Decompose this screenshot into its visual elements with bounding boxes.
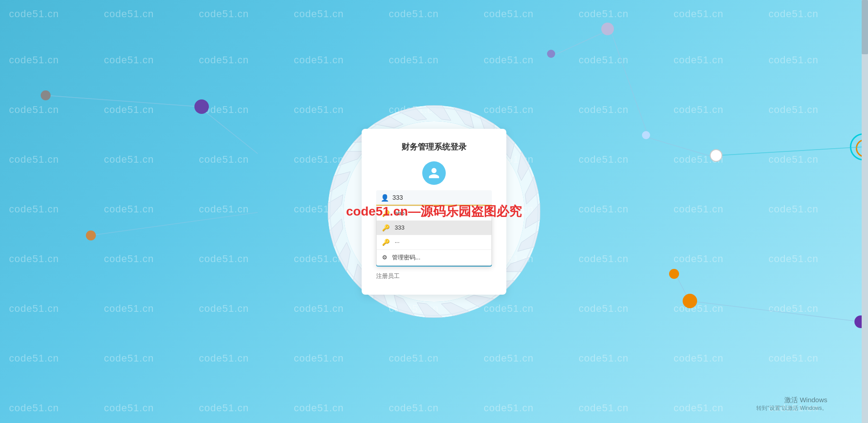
manage-passwords-label: 管理密码... bbox=[392, 254, 420, 262]
username-input-group: 👤 🔑 abo 🔑 333 🔑 ··· bbox=[376, 190, 492, 206]
watermark-text: code51.cn bbox=[674, 54, 724, 66]
watermark-text: code51.cn bbox=[674, 8, 724, 20]
watermark-text: code51.cn bbox=[484, 54, 534, 66]
watermark-text: code51.cn bbox=[769, 154, 819, 165]
watermark-text: code51.cn bbox=[9, 8, 59, 20]
watermark-text: code51.cn bbox=[9, 352, 59, 364]
watermark-text: code51.cn bbox=[104, 402, 154, 414]
node-10 bbox=[669, 269, 679, 279]
user-icon-wrapper bbox=[376, 161, 492, 185]
node-2 bbox=[86, 230, 96, 240]
watermark-text: code51.cn bbox=[294, 402, 344, 414]
svg-line-4 bbox=[676, 275, 689, 301]
node-5 bbox=[547, 50, 555, 58]
watermark-text: code51.cn bbox=[769, 104, 819, 116]
watermark-text: code51.cn bbox=[674, 402, 724, 414]
watermark-text: code51.cn bbox=[9, 303, 59, 315]
watermark-text: code51.cn bbox=[769, 203, 819, 215]
dots-icon: 🔑 bbox=[382, 239, 390, 246]
autocomplete-text-333: 333 bbox=[395, 224, 405, 231]
gear-icon: ⚙ bbox=[382, 254, 387, 261]
watermark-text: code51.cn bbox=[294, 8, 344, 20]
watermark-text: code51.cn bbox=[389, 352, 439, 364]
autocomplete-item-333[interactable]: 🔑 333 bbox=[377, 221, 491, 235]
watermark-text: code51.cn bbox=[199, 203, 249, 215]
watermark-text: code51.cn bbox=[199, 352, 249, 364]
watermark-text: code51.cn bbox=[579, 402, 629, 414]
svg-line-2 bbox=[649, 138, 710, 156]
user-avatar-circle bbox=[422, 161, 446, 185]
watermark-text: code51.cn bbox=[389, 8, 439, 20]
scrollbar-thumb[interactable] bbox=[862, 0, 868, 54]
watermark-text: code51.cn bbox=[484, 352, 534, 364]
watermark-text: code51.cn bbox=[769, 253, 819, 265]
watermark-text: code51.cn bbox=[579, 8, 629, 20]
node-6 bbox=[601, 23, 614, 35]
node-1 bbox=[194, 99, 209, 114]
watermark-text: code51.cn bbox=[199, 303, 249, 315]
watermark-text: code51.cn bbox=[9, 402, 59, 414]
watermark-text: code51.cn bbox=[579, 253, 629, 265]
watermark-text: code51.cn bbox=[199, 8, 249, 20]
user-icon bbox=[428, 167, 440, 179]
watermark-text: code51.cn bbox=[104, 352, 154, 364]
node-0 bbox=[41, 90, 51, 100]
watermark-text: code51.cn bbox=[199, 253, 249, 265]
watermark-text: code51.cn bbox=[579, 104, 629, 116]
watermark-text: code51.cn bbox=[104, 54, 154, 66]
watermark-text: code51.cn bbox=[9, 54, 59, 66]
watermark-text: code51.cn bbox=[199, 154, 249, 165]
windows-activation: 激活 Windows 转到"设置"以激活 Windows。 bbox=[756, 396, 827, 412]
watermark-text: code51.cn bbox=[579, 203, 629, 215]
watermark-text: code51.cn bbox=[769, 8, 819, 20]
watermark-text: code51.cn bbox=[484, 402, 534, 414]
watermark-text: code51.cn bbox=[579, 352, 629, 364]
watermark-text: code51.cn bbox=[674, 203, 724, 215]
manage-passwords-item[interactable]: ⚙ 管理密码... bbox=[377, 250, 491, 265]
watermark-text: code51.cn bbox=[9, 154, 59, 165]
svg-line-0 bbox=[556, 29, 610, 54]
watermark-text: code51.cn bbox=[769, 303, 819, 315]
watermark-text: code51.cn bbox=[104, 154, 154, 165]
svg-line-7 bbox=[199, 107, 258, 154]
node-11 bbox=[683, 294, 697, 308]
watermark-text: code51.cn bbox=[199, 54, 249, 66]
watermark-text: code51.cn bbox=[769, 402, 819, 414]
windows-activate-sub: 转到"设置"以激活 Windows。 bbox=[756, 404, 827, 412]
autocomplete-item-abo[interactable]: 🔑 abo bbox=[377, 206, 491, 221]
scrollbar[interactable] bbox=[862, 0, 868, 423]
login-center-wrapper: 财务管理系统登录 👤 🔑 abo bbox=[326, 103, 542, 320]
watermark-text: code51.cn bbox=[9, 104, 59, 116]
watermark-text: code51.cn bbox=[674, 154, 724, 165]
watermark-text: code51.cn bbox=[769, 352, 819, 364]
svg-line-1 bbox=[610, 29, 649, 138]
watermark-text: code51.cn bbox=[484, 8, 534, 20]
svg-line-5 bbox=[689, 301, 861, 322]
watermark-text: code51.cn bbox=[294, 54, 344, 66]
watermark-text: code51.cn bbox=[389, 54, 439, 66]
username-input[interactable] bbox=[376, 190, 492, 206]
node-7 bbox=[710, 149, 722, 162]
autocomplete-dropdown: 🔑 abo 🔑 333 🔑 ··· ⚙ 管理密码... bbox=[376, 206, 492, 266]
svg-line-6 bbox=[45, 95, 199, 107]
node-8 bbox=[642, 131, 650, 139]
watermark-text: code51.cn bbox=[674, 104, 724, 116]
watermark-text: code51.cn bbox=[104, 8, 154, 20]
watermark-text: code51.cn bbox=[9, 253, 59, 265]
user-input-icon: 👤 bbox=[381, 194, 389, 202]
watermark-text: code51.cn bbox=[104, 104, 154, 116]
watermark-text: code51.cn bbox=[389, 402, 439, 414]
key-icon-333: 🔑 bbox=[382, 224, 390, 231]
watermark-text: code51.cn bbox=[104, 303, 154, 315]
svg-line-3 bbox=[710, 147, 863, 156]
watermark-text: code51.cn bbox=[199, 104, 249, 116]
autocomplete-item-dots[interactable]: 🔑 ··· bbox=[377, 235, 491, 249]
login-card: 财务管理系统登录 👤 🔑 abo bbox=[362, 129, 506, 295]
watermark-text: code51.cn bbox=[199, 402, 249, 414]
register-link[interactable]: 注册员工 bbox=[376, 272, 492, 280]
watermark-text: code51.cn bbox=[9, 203, 59, 215]
autocomplete-text-abo: abo bbox=[395, 210, 405, 216]
svg-line-8 bbox=[90, 212, 258, 235]
watermark-text: code51.cn bbox=[769, 54, 819, 66]
watermark-text: code51.cn bbox=[674, 352, 724, 364]
